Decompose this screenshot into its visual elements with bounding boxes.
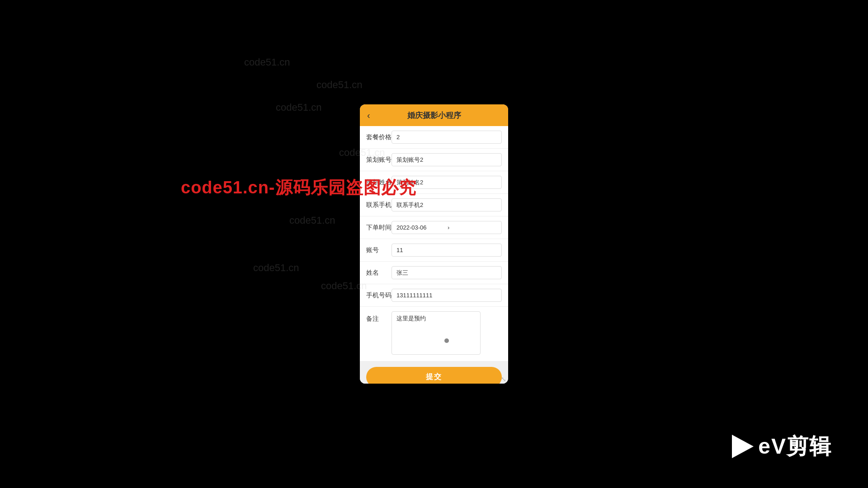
watermark-gray-5: code51.cn bbox=[289, 215, 335, 226]
form-row-note: 备注 这里是预约 bbox=[360, 307, 508, 361]
label-contact-phone: 联系手机 bbox=[366, 201, 392, 209]
input-planner-account[interactable] bbox=[392, 153, 502, 166]
form-row-phone: 手机号码 bbox=[360, 284, 508, 306]
label-order-time: 下单时间 bbox=[366, 224, 392, 232]
form-row-price: 套餐价格 bbox=[360, 126, 508, 148]
app-header: ‹ 婚庆摄影小程序 bbox=[360, 104, 508, 126]
form-row-name: 姓名 bbox=[360, 262, 508, 284]
date-picker[interactable]: 2022-03-06 › bbox=[392, 221, 502, 234]
label-name: 姓名 bbox=[366, 269, 392, 277]
header-title: 婚庆摄影小程序 bbox=[360, 110, 508, 121]
submit-area: 提交 bbox=[360, 361, 508, 384]
ev-play-icon bbox=[728, 433, 755, 460]
submit-button[interactable]: 提交 bbox=[366, 367, 502, 384]
ev-logo: eV剪辑 bbox=[728, 432, 832, 461]
form-row-planner-account: 策划账号 bbox=[360, 149, 508, 171]
date-value: 2022-03-06 bbox=[396, 224, 446, 231]
textarea-wrapper: 这里是预约 bbox=[392, 311, 502, 357]
input-price[interactable] bbox=[392, 131, 502, 144]
label-account: 账号 bbox=[366, 246, 392, 254]
back-button[interactable]: ‹ bbox=[367, 110, 370, 121]
resize-handle-icon: ⤡ bbox=[501, 375, 506, 383]
watermark-gray-3: code51.cn bbox=[276, 102, 322, 113]
form-body: 套餐价格 策划账号 策划姓名 联系手机 下单时间 2022-03-06 › bbox=[360, 126, 508, 384]
watermark-gray-2: code51.cn bbox=[316, 79, 363, 91]
ev-logo-text: eV剪辑 bbox=[758, 432, 832, 461]
input-planner-name[interactable] bbox=[392, 176, 502, 189]
label-price: 套餐价格 bbox=[366, 133, 392, 141]
input-phone[interactable] bbox=[392, 289, 502, 302]
input-name[interactable] bbox=[392, 266, 502, 279]
label-planner-name: 策划姓名 bbox=[366, 178, 392, 187]
form-row-planner-name: 策划姓名 bbox=[360, 171, 508, 193]
chevron-right-icon: › bbox=[448, 224, 497, 231]
watermark-gray-6: code51.cn bbox=[253, 262, 299, 274]
input-account[interactable] bbox=[392, 244, 502, 257]
watermark-gray-1: code51.cn bbox=[244, 56, 290, 68]
input-note[interactable]: 这里是预约 bbox=[392, 311, 481, 355]
input-contact-phone[interactable] bbox=[392, 198, 502, 211]
label-phone: 手机号码 bbox=[366, 291, 392, 300]
label-planner-account: 策划账号 bbox=[366, 156, 392, 164]
label-note: 备注 bbox=[366, 311, 392, 323]
mobile-frame: ‹ 婚庆摄影小程序 套餐价格 策划账号 策划姓名 联系手机 下单时间 202 bbox=[360, 104, 508, 384]
form-row-contact-phone: 联系手机 bbox=[360, 194, 508, 216]
svg-marker-0 bbox=[732, 435, 754, 458]
form-row-order-time: 下单时间 2022-03-06 › bbox=[360, 216, 508, 239]
form-row-account: 账号 bbox=[360, 239, 508, 261]
